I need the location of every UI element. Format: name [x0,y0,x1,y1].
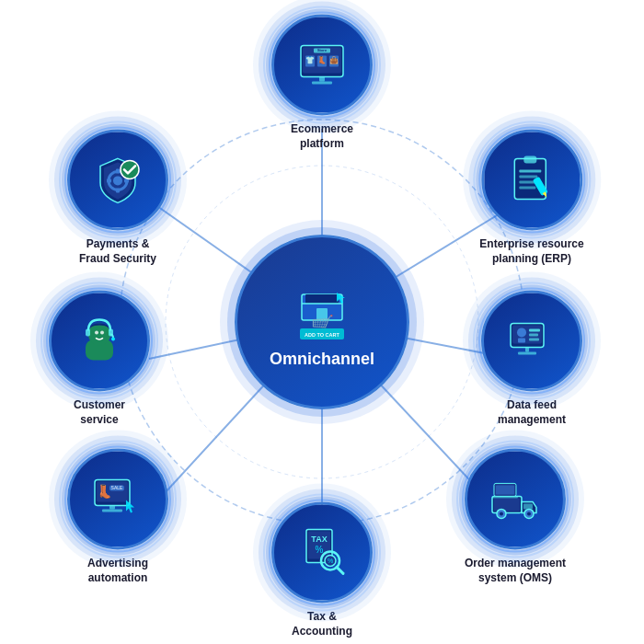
svg-point-52 [524,509,534,518]
svg-rect-19 [303,47,341,73]
svg-text:Store: Store [317,48,328,52]
svg-text:SALE: SALE [111,485,123,490]
center-label: Omnichannel [270,350,374,369]
svg-point-62 [325,555,336,566]
svg-rect-28 [319,76,325,81]
svg-point-74 [88,323,110,345]
svg-point-86 [121,160,139,178]
advertising-icon: 👢 SALE [89,470,146,527]
svg-rect-83 [116,188,120,192]
ecommerce-icon: Store 👕 👢 👜 [293,36,351,93]
svg-rect-39 [512,325,542,343]
node-oms: Order managementsystem (OMS) [465,448,566,585]
svg-rect-35 [519,186,535,189]
svg-rect-20 [314,48,330,52]
svg-rect-47 [492,496,522,512]
svg-text:ADD TO CART: ADD TO CART [305,332,339,338]
svg-rect-32 [519,169,541,172]
svg-rect-24 [329,55,339,66]
oms-icon [487,470,544,527]
svg-rect-58 [308,531,330,558]
customer-label: Customerservice [74,398,125,427]
svg-rect-11 [305,294,339,304]
svg-rect-42 [529,328,540,331]
svg-text:👜: 👜 [329,55,339,64]
svg-point-75 [95,330,98,334]
svg-rect-85 [124,178,129,182]
customer-bubble [49,290,150,391]
node-customer: Customerservice [49,290,150,427]
svg-point-61 [321,551,339,569]
svg-rect-84 [107,178,111,182]
svg-text:%: % [328,558,333,564]
svg-rect-77 [86,328,90,336]
tax-bubble: TAX % % [271,501,373,603]
datafeed-icon [503,312,560,369]
cart-icon: 🛒 ADD TO CART [285,276,359,350]
erp-icon [503,151,560,208]
svg-point-80 [109,171,127,190]
svg-rect-38 [511,323,544,347]
svg-rect-46 [518,351,536,354]
svg-rect-49 [523,503,533,509]
svg-rect-56 [496,485,514,494]
svg-point-51 [500,512,503,515]
svg-rect-68 [109,485,124,490]
svg-rect-31 [523,155,536,163]
svg-line-63 [337,567,343,573]
svg-point-76 [100,330,104,334]
center-node: 🛒 ADD TO CART Omnichannel [235,235,409,409]
svg-rect-66 [97,481,128,501]
svg-rect-57 [306,529,332,562]
payments-bubble [67,129,168,230]
payments-label: Payments &Fraud Security [79,237,156,266]
node-tax: TAX % % Tax &Accounting [271,501,373,638]
svg-text:TAX: TAX [311,535,327,544]
datafeed-label: Data feedmanagement [498,398,566,427]
svg-rect-44 [529,338,539,340]
datafeed-bubble [481,290,582,391]
node-datafeed: Data feedmanagement [481,290,582,427]
customer-service-icon [71,312,128,369]
svg-rect-33 [519,175,537,178]
advertising-bubble: 👢 SALE [67,448,168,549]
svg-rect-30 [514,158,546,199]
svg-rect-29 [312,81,332,84]
svg-point-40 [517,328,526,337]
svg-rect-18 [301,45,343,76]
oms-bubble [465,448,566,549]
oms-label: Order managementsystem (OMS) [465,557,566,585]
svg-point-50 [497,509,506,518]
svg-rect-65 [95,479,130,505]
svg-rect-71 [102,509,122,512]
svg-rect-43 [529,333,538,336]
node-payments: Payments &Fraud Security [67,129,168,266]
svg-point-79 [111,337,115,340]
ecommerce-bubble: Store 👕 👢 👜 [271,14,373,115]
svg-rect-55 [492,496,518,498]
svg-point-53 [527,512,531,515]
svg-marker-72 [126,500,134,512]
advertising-label: Advertisingautomation [87,557,148,585]
svg-rect-22 [305,55,315,66]
tax-label: Tax &Accounting [292,610,352,638]
erp-label: Enterprise resourceplanning (ERP) [479,237,583,266]
center-bubble: 🛒 ADD TO CART Omnichannel [235,235,409,409]
diagram-container: 🛒 ADD TO CART Omnichannel Store [0,0,644,644]
erp-bubble [481,129,582,230]
node-ecommerce: Store 👕 👢 👜 Ecommerceplatform [271,14,373,151]
svg-rect-45 [525,347,529,351]
svg-marker-37 [542,191,547,198]
svg-rect-73 [86,339,113,360]
svg-rect-48 [494,498,520,511]
svg-text:%: % [316,545,324,555]
tax-icon: TAX % % [293,523,351,581]
svg-rect-82 [116,168,120,173]
svg-rect-36 [533,177,548,196]
node-advertising: 👢 SALE Advertisingautomation [67,448,168,585]
svg-rect-54 [494,483,516,496]
payments-icon [89,151,146,208]
svg-text:👕: 👕 [305,55,315,64]
svg-rect-70 [109,505,115,509]
svg-rect-34 [519,180,539,183]
